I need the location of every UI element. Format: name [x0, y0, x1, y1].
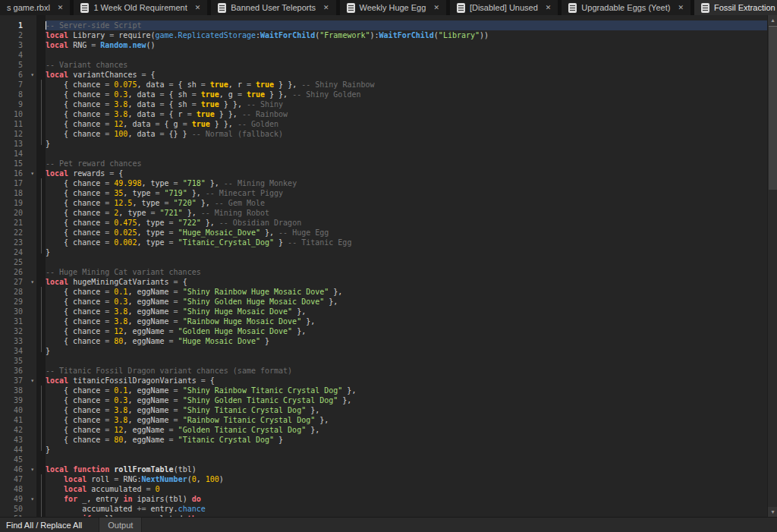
doc-tab-label: Weekly Huge Egg [360, 3, 426, 12]
code-line: -- Titanic Fossil Dragon variant chances… [46, 366, 767, 376]
code-line: for _, entry in ipairs(tbl) do [46, 494, 767, 504]
code-line: { chance = 3.8, data = { sh = true } }, … [46, 99, 767, 109]
code-line: { chance = 12, eggName = "Golden Titanic… [46, 425, 767, 435]
line-number: 28 [0, 287, 36, 297]
code-line: local roll = RNG:NextNumber(0, 100) [46, 474, 767, 484]
doc-tab-1-week-old-requirement[interactable]: 1 Week Old Requirement✕ [74, 0, 207, 15]
code-line: local titanicFossilDragonVariants = { [46, 376, 767, 386]
scrollbar-up-icon[interactable]: ▴ [768, 15, 777, 25]
line-number: 27▾ [0, 277, 36, 287]
line-number: 29 [0, 297, 36, 307]
code-line: local variantChances = { [46, 70, 767, 80]
code-line: { chance = 49.998, type = "718" }, -- Mi… [46, 178, 767, 188]
doc-tab-banned-user-teleports[interactable]: Banned User Teleports✕ [211, 0, 335, 15]
fold-extent-line [41, 178, 42, 253]
code-line: { chance = 100, data = {} } -- Normal (f… [46, 129, 767, 139]
output-tab[interactable]: Output [99, 518, 142, 532]
code-line: { chance = 80, eggName = "Huge Mosaic Do… [46, 336, 767, 346]
fold-arrow-icon[interactable]: ▾ [30, 70, 34, 80]
line-number: 13 [0, 139, 36, 149]
line-number: 3 [0, 40, 36, 50]
line-number: 48 [0, 484, 36, 494]
fold-arrow-icon[interactable]: ▾ [30, 464, 34, 474]
code-line: local Library = require(game.ReplicatedS… [46, 30, 767, 40]
text-cursor [46, 21, 46, 30]
code-line: } [46, 247, 767, 257]
line-number: 22 [0, 228, 36, 238]
line-number: 50 [0, 504, 36, 514]
code-line: { chance = 2, type = "721" }, -- Mining … [46, 208, 767, 218]
doc-tab-s-game-rbxl[interactable]: s game.rbxl✕ [0, 0, 70, 15]
line-number-gutter: 123456▾78910111213141516▾171819202122232… [0, 15, 36, 517]
code-line [46, 455, 767, 464]
code-line: -- Huge Mining Cat variant chances [46, 267, 767, 277]
doc-tab--disabled-unused[interactable]: [Disabled] Unused✕ [450, 0, 558, 15]
close-icon[interactable]: ✕ [546, 4, 552, 11]
close-icon[interactable]: ✕ [58, 4, 64, 11]
doc-tab-label: s game.rbxl [7, 3, 50, 12]
line-number: 42 [0, 425, 36, 435]
line-number: 44 [0, 445, 36, 455]
code-line: { chance = 0.002, type = "Titanic_Crysta… [46, 238, 767, 247]
fold-extent-line [41, 474, 42, 517]
close-icon[interactable]: ✕ [195, 4, 201, 11]
line-number: 7 [0, 80, 36, 90]
close-icon[interactable]: ✕ [323, 4, 329, 11]
line-number: 32 [0, 326, 36, 336]
line-number: 34 [0, 346, 36, 356]
line-number: 19 [0, 198, 36, 208]
script-icon [568, 3, 577, 13]
find-all-replace-all-tab[interactable]: Find All / Replace All [0, 518, 88, 532]
code-pane[interactable]: -- Server-side Scriptlocal Library = req… [46, 15, 767, 517]
doc-tab-weekly-huge-egg[interactable]: Weekly Huge Egg✕ [340, 0, 446, 15]
line-number: 25 [0, 257, 36, 267]
line-number: 1 [0, 20, 36, 30]
line-number: 8 [0, 90, 36, 99]
close-icon[interactable]: ✕ [433, 4, 439, 11]
code-line: local rewards = { [46, 168, 767, 178]
doc-tab-upgradable-eggs-yeet-[interactable]: Upgradable Eggs (Yeet)✕ [562, 0, 690, 15]
line-number: 17 [0, 178, 36, 188]
line-number: 23 [0, 238, 36, 247]
line-number: 49▾ [0, 494, 36, 504]
code-line: { chance = 3.8, eggName = "Rainbow Huge … [46, 316, 767, 326]
fold-arrow-icon[interactable]: ▾ [30, 376, 34, 386]
close-icon[interactable]: ✕ [678, 4, 684, 11]
code-line: -- Variant chances [46, 60, 767, 70]
doc-tab-label: 1 Week Old Requirement [93, 3, 187, 12]
doc-tab-label: [Disabled] Unused [470, 3, 538, 12]
code-line [46, 50, 767, 60]
code-line: { chance = 3.8, eggName = "Shiny Titanic… [46, 405, 767, 415]
line-number: 14 [0, 149, 36, 159]
fold-extent-line [41, 80, 42, 145]
code-line: } [46, 139, 767, 149]
code-line: { chance = 0.475, type = "722" }, -- Obs… [46, 218, 767, 228]
fold-extent-line [41, 386, 42, 451]
scrollbar-down-icon[interactable]: ▾ [768, 507, 777, 517]
code-line: accumulated += entry.chance [46, 504, 767, 514]
doc-tab-fossil-extraction[interactable]: Fossil Extraction✕ [694, 0, 777, 15]
code-line: { chance = 12.5, type = "720" }, -- Gem … [46, 198, 767, 208]
code-line [46, 356, 767, 366]
code-line: { chance = 35, type = "719" }, -- Mineca… [46, 188, 767, 198]
line-number: 11 [0, 119, 36, 129]
vertical-scrollbar[interactable]: ▴ ▾ [767, 15, 777, 517]
doc-tab-label: Banned User Teleports [231, 3, 316, 12]
line-number: 30 [0, 307, 36, 316]
line-number: 24 [0, 247, 36, 257]
script-editor[interactable]: 123456▾78910111213141516▾171819202122232… [0, 15, 777, 517]
code-line: local RNG = Random.new() [46, 40, 767, 50]
code-line [46, 149, 767, 159]
code-line: { chance = 12, data = { g = true } }, --… [46, 119, 767, 129]
fold-arrow-icon[interactable]: ▾ [30, 494, 34, 504]
line-number: 20 [0, 208, 36, 218]
line-number: 26 [0, 267, 36, 277]
scrollbar-thumb[interactable] [769, 26, 777, 190]
code-line [46, 257, 767, 267]
fold-extent-line [41, 287, 42, 352]
code-line: { chance = 3.8, eggName = "Shiny Huge Mo… [46, 307, 767, 316]
fold-arrow-icon[interactable]: ▾ [30, 168, 34, 178]
fold-arrow-icon[interactable]: ▾ [30, 277, 34, 287]
line-number: 40 [0, 405, 36, 415]
code-line: local function rollFromTable(tbl) [46, 464, 767, 474]
